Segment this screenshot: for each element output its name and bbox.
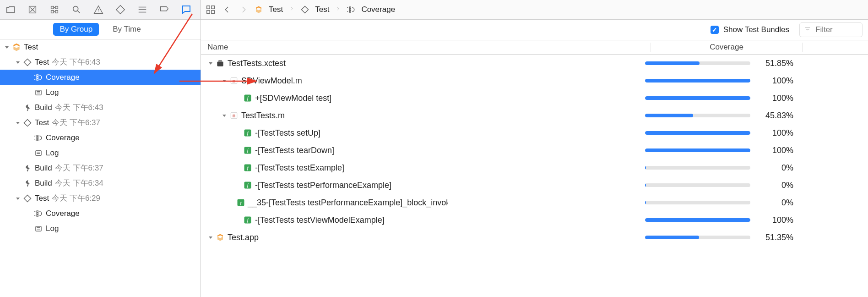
column-name-header[interactable]: Name: [201, 43, 651, 52]
coverage-icon: [34, 209, 43, 218]
tree-row-project[interactable]: Test: [0, 39, 201, 55]
coverage-row[interactable]: f-[TestTests tearDown]100%: [201, 142, 868, 159]
disclosure-triangle-icon[interactable]: [235, 130, 241, 136]
disclosure-triangle-icon[interactable]: [207, 60, 214, 66]
disclosure-triangle-icon[interactable]: [235, 217, 241, 223]
filter-field[interactable]: [799, 22, 863, 37]
disclosure-triangle-icon[interactable]: [15, 195, 21, 202]
disclosure-triangle-icon[interactable]: [235, 147, 241, 154]
breadcrumb-item[interactable]: Coverage: [347, 5, 395, 14]
disclosure-triangle-icon[interactable]: [26, 74, 32, 81]
nav-forward-icon[interactable]: [238, 4, 250, 16]
disclosure-triangle-icon[interactable]: [15, 165, 21, 171]
table-header: Name Coverage: [201, 40, 868, 55]
column-coverage-header[interactable]: Coverage: [651, 43, 803, 52]
disclosure-triangle-icon[interactable]: [26, 135, 32, 141]
tree-row-test-result[interactable]: Test今天 下午6:29: [0, 191, 201, 206]
coverage-icon: [34, 133, 43, 143]
disclosure-triangle-icon[interactable]: [235, 182, 241, 188]
coverage-row[interactable]: f-[TestTests testExample]0%: [201, 159, 868, 176]
related-items-icon[interactable]: [205, 4, 217, 16]
disclosure-triangle-icon[interactable]: [26, 89, 32, 96]
filter-input[interactable]: [814, 25, 848, 35]
source-control-navigator-icon[interactable]: [25, 2, 40, 17]
show-test-bundles-label: Show Test Bundles: [723, 25, 789, 34]
disclosure-triangle-icon[interactable]: [235, 95, 241, 101]
disclosure-triangle-icon[interactable]: [26, 226, 32, 232]
report-navigator-icon[interactable]: [179, 2, 194, 17]
tree-row-coverage[interactable]: Coverage: [0, 130, 201, 145]
debug-navigator-icon[interactable]: [135, 2, 150, 17]
breadcrumb-item[interactable]: Test: [254, 5, 283, 14]
svg-text:m: m: [233, 78, 235, 83]
breadcrumb-item[interactable]: Test: [300, 5, 329, 14]
tree-item-label: Coverage: [46, 209, 80, 218]
build-icon: [23, 179, 32, 188]
tree-row-coverage[interactable]: Coverage: [0, 206, 201, 221]
row-label: Test.app: [228, 233, 259, 242]
nav-back-icon[interactable]: [221, 4, 233, 16]
disclosure-triangle-icon[interactable]: [26, 210, 32, 217]
row-label: -[TestTests testViewModelExample]: [255, 215, 385, 225]
coverage-row[interactable]: TestTests.xctest51.85%: [201, 55, 868, 72]
editor-panel: Test Test Coverage ✓ S: [201, 0, 868, 297]
coverage-row[interactable]: f-[TestTests testViewModelExample]100%: [201, 211, 868, 229]
tree-item-label: Coverage: [46, 133, 80, 143]
tree-row-log[interactable]: Log: [0, 221, 201, 236]
row-label: -[TestTests testPerformanceExample]: [255, 181, 391, 190]
coverage-bar: [448, 236, 755, 239]
m-file-icon: m: [229, 111, 239, 120]
tree-item-timestamp: 今天 下午6:34: [55, 178, 103, 188]
func-icon: f: [243, 163, 252, 172]
coverage-row[interactable]: f+[SDViewModel test]100%: [201, 89, 868, 107]
segment-by-group[interactable]: By Group: [53, 23, 99, 36]
coverage-row[interactable]: Test.app51.35%: [201, 229, 868, 246]
disclosure-triangle-icon[interactable]: [15, 104, 21, 111]
breakpoint-navigator-icon[interactable]: [157, 2, 172, 17]
find-navigator-icon[interactable]: [69, 2, 84, 17]
coverage-row[interactable]: f-[TestTests testPerformanceExample]0%: [201, 176, 868, 194]
coverage-bar: [448, 79, 755, 82]
test-navigator-icon[interactable]: [113, 2, 128, 17]
tree-row-build[interactable]: Build今天 下午6:37: [0, 160, 201, 176]
disclosure-triangle-icon[interactable]: [15, 180, 21, 187]
breadcrumb-separator-icon: [334, 5, 342, 15]
tree-row-log[interactable]: Log: [0, 145, 201, 160]
coverage-row[interactable]: f__35-[TestTests testPerformanceExample]…: [201, 194, 868, 211]
disclosure-triangle-icon[interactable]: [235, 165, 241, 171]
tree-row-build[interactable]: Build今天 下午6:34: [0, 176, 201, 191]
test-result-icon: [23, 58, 32, 67]
disclosure-triangle-icon[interactable]: [221, 112, 228, 119]
tree-row-log[interactable]: Log: [0, 85, 201, 100]
tree-row-test-result[interactable]: Test今天 下午6:37: [0, 115, 201, 130]
coverage-row[interactable]: mTestTests.m45.83%: [201, 107, 868, 124]
tree-row-test-result[interactable]: Test今天 下午6:43: [0, 55, 201, 70]
project-navigator-icon[interactable]: [3, 2, 18, 17]
log-icon: [34, 224, 43, 233]
coverage-percent: 0%: [755, 198, 799, 208]
symbol-navigator-icon[interactable]: [47, 2, 62, 17]
disclosure-triangle-icon[interactable]: [4, 44, 10, 50]
coverage-row[interactable]: f-[TestTests setUp]100%: [201, 124, 868, 142]
disclosure-triangle-icon[interactable]: [15, 59, 21, 66]
disclosure-triangle-icon[interactable]: [26, 150, 32, 156]
issue-navigator-icon[interactable]: [91, 2, 106, 17]
row-label: TestTests.m: [241, 111, 285, 121]
row-label: -[TestTests testExample]: [255, 163, 344, 173]
func-icon: f: [243, 94, 252, 103]
breadcrumb-label: Coverage: [361, 5, 395, 14]
report-group-segment: By Group By Time: [0, 20, 201, 39]
disclosure-triangle-icon[interactable]: [207, 234, 214, 241]
row-label: -[TestTests setUp]: [255, 128, 320, 138]
show-test-bundles-checkbox[interactable]: ✓: [711, 26, 719, 34]
tree-row-build[interactable]: Build今天 下午6:43: [0, 100, 201, 115]
coverage-row[interactable]: mSDViewModel.m100%: [201, 72, 868, 89]
report-tree: TestTest今天 下午6:43CoverageLogBuild今天 下午6:…: [0, 39, 201, 297]
svg-text:m: m: [233, 113, 235, 118]
segment-by-time[interactable]: By Time: [106, 23, 147, 36]
func-icon: f: [243, 215, 252, 225]
disclosure-triangle-icon[interactable]: [15, 120, 21, 126]
tree-row-coverage[interactable]: Coverage: [0, 70, 201, 85]
tree-item-label: Log: [46, 224, 59, 233]
disclosure-triangle-icon[interactable]: [221, 77, 228, 84]
